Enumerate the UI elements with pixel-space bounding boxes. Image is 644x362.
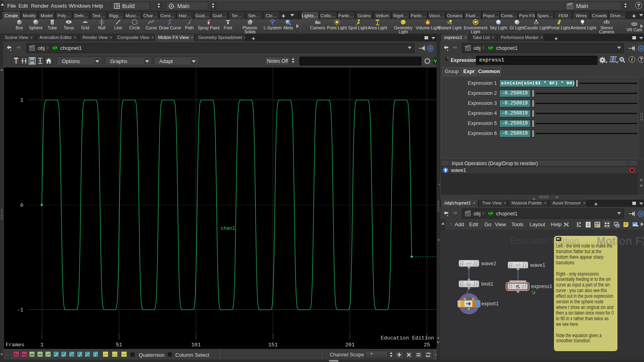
svg-text:51: 51 xyxy=(116,342,122,348)
svg-text:1: 1 xyxy=(41,342,44,348)
svg-text:101: 101 xyxy=(191,342,201,348)
svg-text:151: 151 xyxy=(268,342,278,348)
svg-text:chan1: chan1 xyxy=(221,226,235,231)
svg-text:T: T xyxy=(226,18,230,25)
svg-text:Frames: Frames xyxy=(6,342,25,348)
svg-text:-1: -1 xyxy=(17,307,23,313)
svg-text:1: 1 xyxy=(20,97,23,103)
svg-text:201: 201 xyxy=(345,342,355,348)
svg-text:25: 25 xyxy=(424,342,430,348)
svg-text:0: 0 xyxy=(20,202,23,209)
